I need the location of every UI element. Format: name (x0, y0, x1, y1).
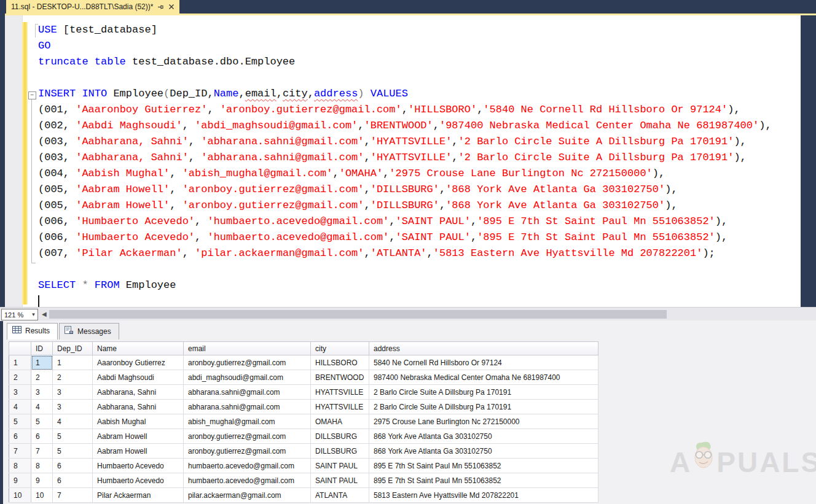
grid-cell[interactable]: Aabharana, Sahni (93, 400, 184, 414)
code-line[interactable]: INSERT INTO Employee(Dep_ID,Name,email,c… (38, 86, 772, 102)
tab-messages[interactable]: Messages (59, 323, 119, 339)
code-line[interactable] (38, 262, 772, 277)
grid-corner-header[interactable] (9, 342, 31, 355)
row-header[interactable]: 5 (9, 414, 31, 429)
code-line[interactable]: GO (38, 38, 772, 54)
row-header[interactable]: 7 (9, 444, 31, 459)
grid-cell[interactable]: Aabram Howell (93, 429, 184, 444)
grid-cell[interactable]: 6 (31, 429, 53, 444)
grid-cell[interactable]: 6 (53, 459, 93, 473)
grid-cell[interactable]: 5 (53, 429, 93, 444)
grid-cell[interactable]: 5 (31, 414, 53, 429)
grid-cell[interactable]: SAINT PAUL (311, 473, 369, 488)
grid-cell[interactable]: 6 (53, 473, 93, 488)
grid-cell[interactable]: HILLSBORO (311, 355, 369, 370)
column-header[interactable]: Name (93, 342, 184, 355)
tab-results[interactable]: Results (7, 323, 58, 339)
grid-cell[interactable]: 2 Barlo Circle Suite A Dillsburg Pa 1701… (369, 385, 598, 400)
grid-cell[interactable]: humbaerto.acevedo@gmail.com (184, 459, 311, 473)
grid-cell[interactable]: Aabharana, Sahni (93, 385, 184, 400)
grid-cell[interactable]: 7 (31, 444, 53, 459)
code-line[interactable]: (006, 'Humbaerto Acevedo', 'humbaerto.ac… (38, 214, 772, 230)
code-line[interactable]: truncate table test_database.dbo.Employe… (38, 54, 772, 70)
grid-cell[interactable]: 10 (31, 488, 53, 503)
grid-cell[interactable]: 8 (31, 459, 53, 473)
code-line[interactable]: (003, 'Aabharana, Sahni', 'abharana.sahn… (38, 134, 772, 150)
close-icon[interactable] (168, 4, 175, 10)
code-area[interactable]: USE [test_database]GOtruncate table test… (38, 22, 772, 309)
grid-cell[interactable]: 868 York Ave Atlanta Ga 303102750 (369, 444, 598, 459)
grid-cell[interactable]: 9 (31, 473, 53, 488)
grid-cell[interactable]: DILLSBURG (311, 444, 369, 459)
row-header[interactable]: 3 (9, 385, 31, 400)
code-line[interactable]: (007, 'Pilar Ackaerman', 'pilar.ackaerma… (38, 246, 772, 262)
grid-cell[interactable]: 2975 Crouse Lane Burlington Nc 272150000 (369, 414, 598, 429)
grid-cell[interactable]: HYATTSVILLE (311, 400, 369, 414)
grid-cell[interactable]: 3 (53, 385, 93, 400)
editor-zoom-dropdown[interactable]: 121 % ▼ (1, 309, 38, 320)
horizontal-scrollbar-thumb[interactable] (49, 310, 667, 319)
grid-cell[interactable]: Aabdi Maghsoudi (93, 370, 184, 385)
grid-cell[interactable]: Pilar Ackaerman (93, 488, 184, 503)
row-header[interactable]: 6 (9, 429, 31, 444)
grid-cell[interactable]: SAINT PAUL (311, 459, 369, 473)
code-line[interactable]: (002, 'Aabdi Maghsoudi', 'abdi_maghsoudi… (38, 118, 772, 134)
grid-cell[interactable]: 1 (31, 355, 53, 370)
grid-cell[interactable]: 5840 Ne Cornell Rd Hillsboro Or 97124 (369, 355, 598, 370)
code-line[interactable] (38, 70, 772, 86)
row-header[interactable]: 9 (9, 473, 31, 488)
grid-cell[interactable]: Humbaerto Acevedo (93, 473, 184, 488)
code-line[interactable]: (004, 'Aabish Mughal', 'abish_mughal@gma… (38, 166, 772, 182)
grid-cell[interactable]: 1 (53, 355, 93, 370)
grid-cell[interactable]: 5813 Eastern Ave Hyattsville Md 20782220… (369, 488, 598, 503)
grid-cell[interactable]: 5 (53, 444, 93, 459)
column-header[interactable]: address (369, 342, 598, 355)
code-line[interactable]: (005, 'Aabram Howell', 'aronboy.gutierre… (38, 198, 772, 214)
grid-cell[interactable]: aronboy.gutierrez@gmail.com (184, 429, 311, 444)
grid-cell[interactable]: 987400 Nebraska Medical Center Omaha Ne … (369, 370, 598, 385)
column-header[interactable]: ID (31, 342, 53, 355)
row-header[interactable]: 1 (9, 355, 31, 370)
code-line[interactable]: (003, 'Aabharana, Sahni', 'abharana.sahn… (38, 150, 772, 166)
grid-cell[interactable]: pilar.ackaerman@gmail.com (184, 488, 311, 503)
grid-cell[interactable]: abharana.sahni@gmail.com (184, 385, 311, 400)
grid-cell[interactable]: Humbaerto Acevedo (93, 459, 184, 473)
grid-cell[interactable]: 4 (31, 400, 53, 414)
grid-cell[interactable]: humbaerto.acevedo@gmail.com (184, 473, 311, 488)
grid-cell[interactable]: 3 (53, 400, 93, 414)
code-line[interactable]: (006, 'Humbaerto Acevedo', 'humbaerto.ac… (38, 230, 772, 246)
grid-cell[interactable]: 2 Barlo Circle Suite A Dillsburg Pa 1701… (369, 400, 598, 414)
collapse-region-button[interactable]: − (28, 91, 36, 99)
grid-cell[interactable]: aronboy.gutierrez@gmail.com (184, 444, 311, 459)
grid-cell[interactable]: abish_mughal@gmail.com (184, 414, 311, 429)
column-header[interactable]: Dep_ID (53, 342, 93, 355)
grid-cell[interactable]: ATLANTA (311, 488, 369, 503)
row-header[interactable]: 8 (9, 459, 31, 473)
grid-cell[interactable]: 895 E 7th St Saint Paul Mn 551063852 (369, 473, 598, 488)
grid-cell[interactable]: 7 (53, 488, 93, 503)
code-line[interactable]: (001, 'Aaaronboy Gutierrez', 'aronboy.gu… (38, 102, 772, 118)
grid-cell[interactable]: 868 York Ave Atlanta Ga 303102750 (369, 429, 598, 444)
grid-cell[interactable]: 2 (53, 370, 93, 385)
grid-cell[interactable]: aronboy.gutierrez@gmail.com (184, 355, 311, 370)
column-header[interactable]: city (311, 342, 369, 355)
grid-cell[interactable]: DILLSBURG (311, 429, 369, 444)
grid-cell[interactable]: Aaaronboy Gutierrez (93, 355, 184, 370)
grid-cell[interactable]: abharana.sahni@gmail.com (184, 400, 311, 414)
grid-cell[interactable]: 895 E 7th St Saint Paul Mn 551063852 (369, 459, 598, 473)
sql-editor[interactable]: − USE [test_database]GOtruncate table te… (5, 15, 801, 307)
column-header[interactable]: email (184, 342, 311, 355)
code-line[interactable]: USE [test_database] (38, 22, 772, 38)
row-header[interactable]: 2 (9, 370, 31, 385)
grid-cell[interactable]: Aabish Mughal (93, 414, 184, 429)
grid-cell[interactable]: abdi_maghsoudi@gmail.com (184, 370, 311, 385)
grid-cell[interactable]: 3 (31, 385, 53, 400)
code-line[interactable]: (005, 'Aabram Howell', 'aronboy.gutierre… (38, 182, 772, 198)
scrollbar-left-arrow[interactable]: ◀ (42, 311, 47, 318)
code-line[interactable]: SELECT * FROM Employee (38, 277, 772, 293)
horizontal-scrollbar-track[interactable] (49, 309, 816, 320)
grid-cell[interactable]: 2 (31, 370, 53, 385)
grid-cell[interactable]: Aabram Howell (93, 444, 184, 459)
row-header[interactable]: 4 (9, 400, 31, 414)
document-tab[interactable]: 11.sql - DESKTOP-U...D88TLT\Sadia (52))* (6, 0, 179, 14)
